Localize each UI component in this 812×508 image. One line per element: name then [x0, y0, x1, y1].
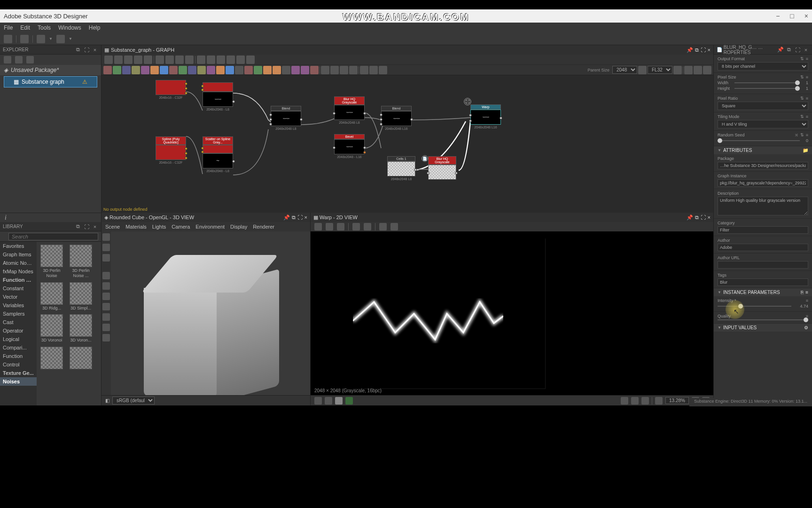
gt-icon[interactable]: [197, 56, 205, 64]
node-btn-icon[interactable]: [122, 66, 131, 74]
node-btn-icon[interactable]: [103, 66, 112, 74]
v3d-tool-icon[interactable]: [102, 324, 110, 331]
node-btn-icon[interactable]: [188, 66, 196, 74]
menu-icon[interactable]: ≡: [806, 75, 808, 79]
v2d-save-icon[interactable]: [326, 223, 333, 230]
node-btn-icon[interactable]: [360, 66, 368, 74]
v3d-tool-icon[interactable]: [102, 313, 110, 321]
panel-max-icon[interactable]: ⛶: [83, 223, 90, 230]
node-btn-icon[interactable]: [282, 66, 290, 74]
lib-cat-favorites[interactable]: Favorites: [0, 242, 37, 250]
inherit-icon[interactable]: ⇅: [800, 114, 804, 119]
panel-max-icon[interactable]: ⛶: [297, 214, 303, 221]
inherit-icon[interactable]: ⇅: [800, 133, 804, 137]
node-btn-icon[interactable]: [226, 66, 234, 74]
menu-icon[interactable]: ≡: [806, 298, 808, 303]
graph-item[interactable]: ▦ Substance graph ⚠: [4, 76, 97, 87]
graph-node[interactable]: Scatter on Spline Gray... 〜 2048x2048 - …: [203, 136, 233, 173]
lib-cat-function-nodes[interactable]: Function N...: [0, 276, 37, 284]
parent-size-select[interactable]: 2048: [612, 66, 637, 74]
gt-icon[interactable]: [124, 56, 133, 64]
lib-cat-fxmap[interactable]: fxMap Nodes: [0, 267, 37, 276]
lib-cat-operator[interactable]: Operator: [0, 326, 37, 335]
panel-close-icon[interactable]: ×: [92, 223, 98, 230]
v2d-info-icon[interactable]: [379, 223, 387, 230]
gt-icon[interactable]: [134, 56, 142, 64]
height-slider[interactable]: [734, 88, 800, 89]
explorer-tool-2-icon[interactable]: [15, 56, 23, 64]
v3d-tool-icon[interactable]: [102, 233, 110, 241]
panel-close-icon[interactable]: ×: [92, 47, 98, 53]
lib-item[interactable]: [39, 347, 64, 370]
menu-file[interactable]: File: [4, 24, 13, 31]
menu-display[interactable]: Display: [230, 224, 247, 230]
shuffle-icon[interactable]: ⤭: [795, 133, 798, 137]
graph-tab[interactable]: ▦ Substance_graph - GRAPH: [104, 47, 174, 53]
redo-icon[interactable]: [56, 35, 65, 43]
maximize-button[interactable]: □: [790, 12, 794, 20]
graph-node[interactable]: Blur HQ Grayscale 〰〰 2048x2048 L8: [334, 96, 365, 124]
color-mode-select[interactable]: sRGB (default): [112, 397, 155, 405]
input-values-section[interactable]: INPUT VALUES⚙: [714, 324, 812, 332]
v2d-footer-icon[interactable]: [335, 397, 343, 405]
node-btn-icon[interactable]: [703, 66, 711, 74]
gt-icon[interactable]: [207, 56, 215, 64]
node-btn-icon[interactable]: [684, 66, 693, 74]
pin-icon[interactable]: 📌: [777, 47, 784, 53]
seed-slider[interactable]: [718, 140, 800, 141]
pin-icon[interactable]: 📌: [687, 214, 693, 221]
lib-item[interactable]: 3D Perlin Noise: [39, 245, 64, 278]
v3d-tool-icon[interactable]: [102, 334, 110, 341]
node-btn-icon[interactable]: [291, 66, 300, 74]
explorer-tool-3-icon[interactable]: [26, 56, 34, 64]
gt-icon[interactable]: [104, 56, 113, 64]
package-field[interactable]: [718, 162, 808, 169]
pin-icon[interactable]: 📌: [283, 214, 290, 221]
menu-windows[interactable]: Windows: [58, 24, 81, 31]
intensity-slider[interactable]: [718, 306, 791, 307]
lib-cat-constant[interactable]: Constant: [0, 284, 37, 293]
gt-icon[interactable]: [156, 56, 164, 64]
inherit-icon[interactable]: ⇅: [800, 96, 804, 101]
panel-float-icon[interactable]: ⧉: [75, 47, 81, 53]
quality-slider[interactable]: [718, 319, 808, 320]
v2d-footer-icon[interactable]: [314, 397, 322, 405]
copy-icon[interactable]: ⎘: [801, 290, 804, 295]
lib-cat-comparison[interactable]: Compari...: [0, 343, 37, 352]
zoom-input[interactable]: [665, 397, 689, 404]
menu-icon[interactable]: ≡: [806, 56, 808, 61]
menu-environment[interactable]: Environment: [195, 224, 225, 230]
node-btn-icon[interactable]: [369, 66, 378, 74]
v2d-footer-icon[interactable]: [325, 397, 332, 405]
gt-icon[interactable]: [246, 56, 255, 64]
folder-icon[interactable]: 📁: [803, 148, 808, 153]
v2d-footer-icon[interactable]: [631, 397, 639, 405]
panel-max-icon[interactable]: ⛶: [794, 47, 801, 53]
node-btn-icon[interactable]: [694, 66, 702, 74]
v3d-tool-icon[interactable]: [102, 272, 110, 279]
menu-icon[interactable]: ≡: [806, 133, 808, 137]
graph-node[interactable]: Cells 1 2048x2048 L8: [387, 156, 415, 181]
node-btn-icon[interactable]: [132, 66, 140, 74]
node-btn-icon[interactable]: [273, 66, 281, 74]
zoom-out-icon[interactable]: [655, 397, 663, 405]
gt-icon[interactable]: [144, 56, 152, 64]
node-btn-icon[interactable]: [244, 66, 253, 74]
panel-max-icon[interactable]: ⛶: [83, 47, 90, 53]
author-field[interactable]: [718, 244, 808, 251]
graph-instance-field[interactable]: [718, 179, 808, 187]
lib-item[interactable]: 3D Voronoi: [39, 314, 64, 343]
menu-materials[interactable]: Materials: [125, 224, 147, 230]
undo-icon[interactable]: [37, 35, 45, 43]
link-icon[interactable]: [638, 66, 647, 74]
lib-cat-samplers[interactable]: Samplers: [0, 310, 37, 318]
panel-float-icon[interactable]: ⧉: [695, 214, 699, 221]
v2d-footer-icon[interactable]: [641, 397, 649, 405]
inherit-icon[interactable]: ⇅: [800, 75, 804, 79]
node-btn-icon[interactable]: [379, 66, 387, 74]
menu-lights[interactable]: Lights: [152, 224, 166, 230]
gt-icon[interactable]: [114, 56, 123, 64]
node-btn-icon[interactable]: [349, 66, 358, 74]
panel-close-icon[interactable]: ×: [708, 47, 710, 53]
v3d-tool-icon[interactable]: [102, 282, 110, 290]
